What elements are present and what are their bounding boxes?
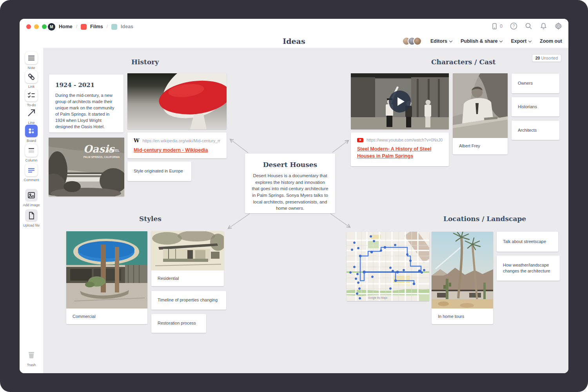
svg-text:PALM SPRINGS, CALIFORNIA: PALM SPRINGS, CALIFORNIA bbox=[83, 156, 120, 159]
tool-line[interactable]: Line bbox=[20, 107, 43, 125]
search-icon[interactable] bbox=[525, 22, 532, 30]
chevron-down-icon bbox=[449, 39, 452, 42]
trash-icon bbox=[26, 350, 37, 361]
image-caption: In home tours bbox=[432, 309, 493, 324]
map-image: Google My Maps bbox=[347, 232, 429, 301]
link-url: https://en.wikipedia.org/wiki/Mid-centur… bbox=[143, 138, 220, 143]
note-icon bbox=[27, 53, 36, 63]
note-card-timeline[interactable]: Timeline of properties changing bbox=[151, 291, 226, 310]
albert-frey-image bbox=[453, 73, 508, 138]
note-card-owners[interactable]: Owners bbox=[512, 74, 559, 93]
note-card-weather[interactable]: How weather/landscape changes the archit… bbox=[497, 256, 560, 281]
svg-text:Google My Maps: Google My Maps bbox=[368, 296, 388, 299]
device-count: 0 bbox=[500, 24, 503, 29]
image-card-residential[interactable]: Residential bbox=[151, 231, 224, 286]
todo-icon bbox=[27, 91, 36, 100]
commercial-image bbox=[66, 231, 147, 309]
note-card-1924[interactable]: 1924 - 2021 During the mid-century, a ne… bbox=[49, 74, 123, 132]
svg-text:HOTEL: HOTEL bbox=[108, 149, 120, 152]
breadcrumb-separator: / bbox=[107, 24, 108, 29]
films-board-icon bbox=[81, 24, 87, 30]
tool-upload-file[interactable]: Upload file bbox=[20, 209, 43, 227]
column-icon bbox=[27, 146, 36, 155]
comment-icon bbox=[27, 165, 36, 175]
breadcrumb-ideas[interactable]: Ideas bbox=[121, 24, 133, 29]
section-heading-locations: Locations / Landscape bbox=[443, 215, 526, 223]
gear-icon[interactable] bbox=[555, 22, 562, 30]
tool-add-image[interactable]: Add image bbox=[20, 189, 43, 207]
upload-file-icon bbox=[27, 211, 36, 220]
section-heading-history: History bbox=[131, 58, 159, 66]
play-button-icon[interactable] bbox=[389, 91, 411, 113]
note-card-streetscape[interactable]: Talk about streetscape bbox=[497, 232, 558, 252]
video-card-steel-modern[interactable] bbox=[351, 73, 449, 129]
board-icon bbox=[27, 126, 36, 136]
link-url: https://www.youtube.com/watch?v=0NxJ0qYr bbox=[367, 138, 443, 142]
unsorted-badge[interactable]: 20 Unsorted bbox=[532, 54, 561, 62]
image-card-tulip-chair[interactable] bbox=[127, 73, 227, 129]
note-card-style-origin[interactable]: Style originated in Europe bbox=[127, 162, 191, 181]
image-card-oasis-hotel[interactable]: Oasis HOTEL PALM SPRINGS, CALIFORNIA bbox=[49, 138, 124, 196]
note-body: During the mid-century, a new group of a… bbox=[55, 93, 117, 130]
note-title: Desert Houses bbox=[251, 161, 329, 169]
chevron-down-icon bbox=[499, 39, 503, 42]
image-card-commercial[interactable]: Commercial bbox=[66, 231, 147, 324]
maximize-window-button[interactable] bbox=[42, 24, 47, 29]
link-card-wikipedia[interactable]: W https://en.wikipedia.org/wiki/Mid-cent… bbox=[127, 132, 227, 158]
tool-note[interactable]: Note bbox=[20, 52, 43, 70]
note-body: Desert Houses is a documentary that expl… bbox=[251, 172, 329, 212]
breadcrumb-separator: / bbox=[76, 24, 77, 29]
window-header: M Home / Films / Ideas 0 ? Ide bbox=[20, 19, 568, 48]
milanote-logo[interactable]: M bbox=[48, 23, 55, 31]
device-icon bbox=[491, 23, 498, 30]
minimize-window-button[interactable] bbox=[34, 24, 39, 29]
tool-board[interactable]: Board bbox=[20, 125, 43, 143]
zoom-out-button[interactable]: Zoom out bbox=[540, 38, 562, 44]
oasis-hotel-image: Oasis HOTEL PALM SPRINGS, CALIFORNIA bbox=[49, 138, 124, 196]
note-title: 1924 - 2021 bbox=[55, 82, 117, 89]
help-icon[interactable]: ? bbox=[510, 22, 517, 30]
breadcrumb-films[interactable]: Films bbox=[90, 24, 103, 29]
device-preview-button[interactable]: 0 bbox=[491, 23, 503, 30]
app-window: M Home / Films / Ideas 0 ? Ide bbox=[20, 19, 568, 373]
residential-image bbox=[151, 231, 224, 270]
tool-todo[interactable]: To-do bbox=[20, 89, 43, 107]
ideas-board-icon bbox=[111, 24, 117, 30]
svg-text:?: ? bbox=[513, 24, 515, 28]
export-menu[interactable]: Export bbox=[511, 38, 531, 44]
section-heading-characters: Characters / Cast bbox=[431, 58, 495, 66]
image-card-in-home-tours[interactable]: In home tours bbox=[432, 232, 493, 324]
image-card-map[interactable]: Google My Maps bbox=[347, 232, 429, 301]
image-caption: Residential bbox=[151, 270, 224, 286]
add-image-icon bbox=[27, 191, 36, 200]
section-heading-styles: Styles bbox=[139, 215, 162, 223]
bell-icon[interactable] bbox=[540, 22, 547, 30]
tool-trash[interactable]: Trash bbox=[20, 349, 43, 367]
note-card-architects[interactable]: Architects bbox=[512, 121, 559, 140]
tool-column[interactable]: Column bbox=[20, 144, 43, 162]
editors-menu[interactable]: Editors bbox=[430, 38, 452, 44]
breadcrumb: M Home / Films / Ideas bbox=[48, 22, 133, 31]
link-title[interactable]: Steel Modern- A History of Steel Houses … bbox=[357, 145, 443, 160]
link-title[interactable]: Mid-century modern - Wikipedia bbox=[134, 147, 220, 154]
line-arrow-icon bbox=[26, 108, 36, 118]
tool-sidebar: Note Link To-do Line Board Column bbox=[20, 48, 43, 373]
publish-share-menu[interactable]: Publish & share bbox=[461, 38, 502, 44]
note-card-historians[interactable]: Historians bbox=[512, 97, 559, 116]
image-caption: Albert Frey bbox=[453, 138, 508, 154]
link-icon bbox=[27, 72, 36, 82]
link-card-youtube[interactable]: https://www.youtube.com/watch?v=0NxJ0qYr… bbox=[351, 132, 449, 166]
board-canvas[interactable]: History Characters / Cast Styles Locatio… bbox=[43, 48, 568, 373]
chevron-down-icon bbox=[528, 39, 532, 42]
breadcrumb-home[interactable]: Home bbox=[59, 24, 73, 29]
note-card-restoration[interactable]: Restoration process bbox=[151, 314, 206, 333]
desktop-background: M Home / Films / Ideas 0 ? Ide bbox=[0, 0, 588, 392]
note-card-desert-houses[interactable]: Desert Houses Desert Houses is a documen… bbox=[245, 154, 335, 213]
tool-comment[interactable]: Comment bbox=[20, 164, 43, 182]
tool-link[interactable]: Link bbox=[20, 71, 43, 89]
image-card-albert-frey[interactable]: Albert Frey bbox=[453, 73, 508, 154]
palm-trees-image bbox=[432, 232, 493, 309]
close-window-button[interactable] bbox=[26, 24, 31, 29]
editor-avatars[interactable] bbox=[402, 37, 422, 45]
traffic-lights bbox=[26, 24, 47, 29]
